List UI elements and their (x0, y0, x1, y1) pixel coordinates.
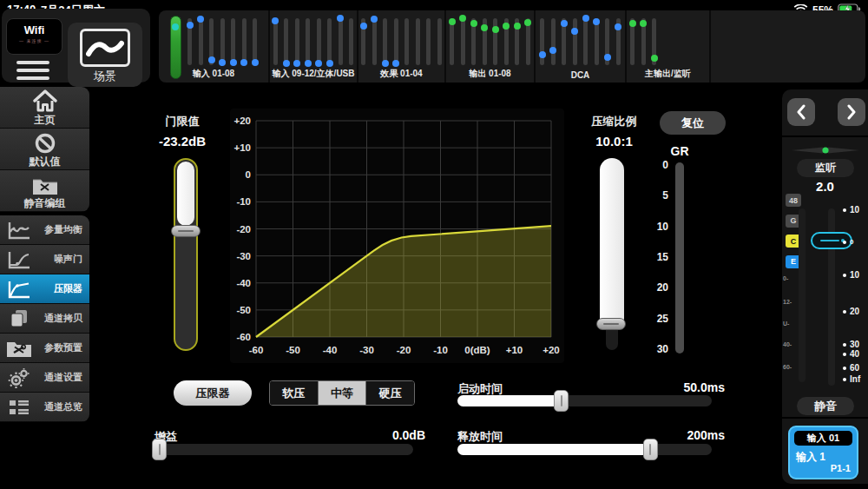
meter-level-dot (172, 23, 179, 30)
channel-meter (437, 18, 442, 65)
threshold-slider-handle[interactable] (171, 225, 201, 237)
meter-level-dot (252, 59, 259, 66)
next-channel-button[interactable] (838, 98, 865, 126)
mute-group-folder-icon (0, 171, 89, 195)
gr-scale-number: 25 (641, 313, 668, 325)
meter-group[interactable]: 主输出/监听 (627, 10, 711, 83)
channel-card-header: 输入 01 (794, 431, 852, 446)
channel-badge-48[interactable]: 48 (786, 194, 801, 207)
knee-option-软压[interactable]: 软压 (270, 381, 319, 405)
fader-scale-dot (843, 274, 846, 277)
meter-level-dot (371, 16, 378, 23)
gr-scale-number: 30 (641, 343, 668, 355)
attack-slider[interactable] (457, 395, 712, 406)
fader-scale-number: 20 (850, 307, 859, 316)
meter-group[interactable]: 输入 09-12/立体/USB (270, 10, 358, 83)
attack-slider-handle[interactable] (554, 390, 569, 412)
meter-level-dot (470, 20, 477, 27)
channel-meter (394, 18, 398, 65)
meter-level-dot (492, 26, 499, 33)
pan-slider[interactable] (791, 143, 860, 159)
channel-meter (339, 18, 343, 65)
meter-group[interactable]: 输入 01-08 (159, 10, 270, 83)
scene-button[interactable]: 场景 (68, 23, 142, 87)
svg-text:0: 0 (246, 169, 251, 180)
meter-group[interactable]: DCA (536, 10, 627, 83)
gain-slider-handle[interactable] (152, 439, 167, 460)
gr-scale-number: 20 (641, 281, 668, 294)
fader-scale-item: 60 (843, 363, 859, 373)
release-slider[interactable] (457, 444, 712, 455)
prev-channel-button[interactable] (787, 98, 815, 126)
reset-button[interactable]: 复位 (660, 111, 726, 135)
channel-meter (242, 18, 247, 65)
meter-level-dot (549, 47, 556, 54)
sidebar-nav: 主页默认值静音编组参量均衡噪声门压限器通道拷贝参数预置通道设置通道总览 (0, 87, 89, 426)
ratio-slider-track (606, 327, 618, 350)
fader-scale-dot (843, 343, 846, 347)
ratio-slider-handle[interactable] (596, 318, 626, 330)
fader-scale-item: Inf (843, 374, 860, 384)
sidebar-item-label: 通道拷贝 (32, 312, 84, 325)
channel-meter (327, 18, 332, 65)
release-slider-handle[interactable] (643, 439, 658, 460)
gain-slider[interactable] (153, 444, 413, 455)
channel-card[interactable]: 输入 01 输入 1 P1-1 (788, 426, 858, 479)
svg-text:+10: +10 (233, 142, 251, 153)
meter-level-dot (561, 20, 568, 27)
meter-group-label: 主输出/监听 (627, 68, 709, 80)
sidebar-item-gate[interactable]: 噪声门 (0, 245, 89, 274)
sidebar-item-compressor[interactable]: 压限器 (0, 274, 89, 304)
monitor-button[interactable]: 监听 (797, 159, 854, 177)
sidebar-item-home[interactable]: 主页 (0, 87, 89, 129)
gears-icon (6, 367, 32, 388)
fader-scale-item: 0 (843, 238, 853, 246)
meter-scale-mark: 40- (783, 341, 792, 347)
channel-meter (284, 18, 288, 65)
gr-scale-number: 0 (641, 159, 668, 171)
knee-option-中等[interactable]: 中等 (319, 381, 367, 405)
divider (782, 417, 868, 419)
meter-level-dot (392, 60, 399, 67)
channel-meter (471, 18, 476, 65)
sidebar-item-mute-group[interactable]: 静音编组 (0, 170, 89, 212)
divider (782, 135, 868, 137)
sidebar-item-label: 噪声门 (32, 253, 84, 266)
knee-segmented-control: 软压中等硬压 (269, 380, 415, 406)
ratio-slider[interactable] (600, 158, 624, 350)
meter-level-dot (272, 17, 279, 24)
sidebar-item-defaults[interactable]: 默认值 (0, 129, 89, 170)
meter-group[interactable]: 效果 01-04 (358, 10, 446, 83)
wifi-button[interactable]: Wifi — 未连接 — (6, 18, 62, 55)
release-slider-fill (457, 444, 651, 455)
channel-meter (551, 18, 556, 65)
fader-scale-dot (843, 378, 846, 381)
compressor-toggle-button[interactable]: 压限器 (174, 380, 252, 406)
meter-level-dot (449, 18, 456, 25)
channel-meter (493, 18, 497, 65)
knee-option-硬压[interactable]: 硬压 (366, 381, 414, 405)
meter-level-dot (593, 18, 600, 25)
sidebar-item-eq[interactable]: 参量均衡 (0, 215, 89, 245)
svg-text:+10: +10 (506, 345, 523, 355)
threshold-slider[interactable] (174, 158, 198, 351)
meter-level-dot (481, 24, 488, 31)
sidebar-item-overview[interactable]: 通道总览 (0, 393, 89, 422)
compressor-curve-icon (6, 280, 32, 299)
fader-scale-number: 30 (850, 340, 859, 349)
channel-meter (583, 18, 588, 65)
mute-button[interactable]: 静音 (797, 397, 854, 415)
svg-text:-30: -30 (359, 345, 374, 355)
sidebar-item-settings[interactable]: 通道设置 (0, 363, 89, 393)
svg-text:-30: -30 (236, 251, 251, 261)
hamburger-menu-icon[interactable] (16, 59, 49, 82)
channel-card-name: 输入 1 (796, 450, 825, 465)
gr-scale-number: 10 (641, 221, 668, 233)
fader-scale-dot (843, 353, 846, 356)
svg-text:-20: -20 (236, 224, 251, 235)
sidebar-item-preset[interactable]: 参数预置 (0, 334, 89, 363)
meter-group-label: 输出 01-08 (446, 68, 534, 80)
sidebar-item-copy[interactable]: 通道拷贝 (0, 304, 89, 334)
meter-group[interactable]: 输出 01-08 (446, 10, 536, 83)
meter-level-dot (640, 20, 647, 27)
